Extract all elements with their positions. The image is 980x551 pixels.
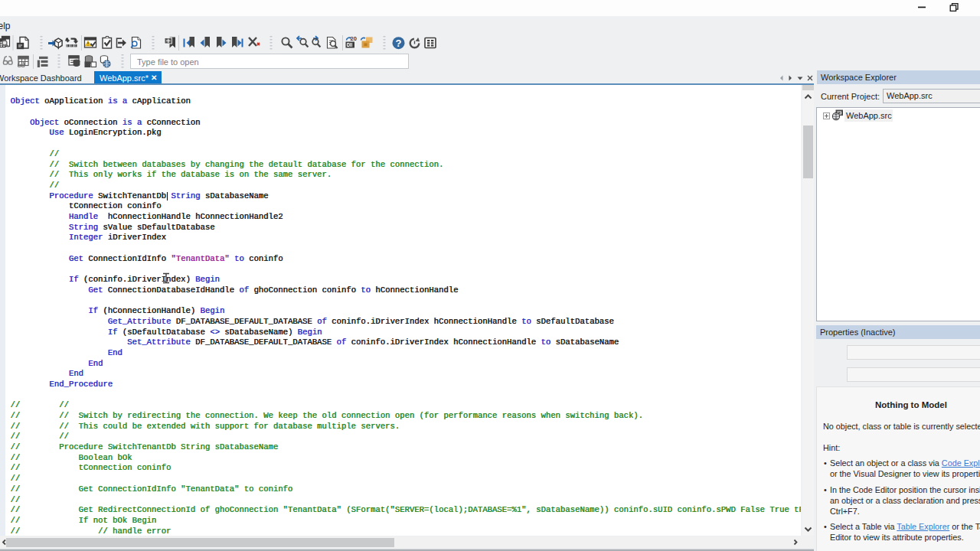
svg-text:?: ? (395, 37, 401, 49)
svg-text:20: 20 (351, 35, 357, 42)
